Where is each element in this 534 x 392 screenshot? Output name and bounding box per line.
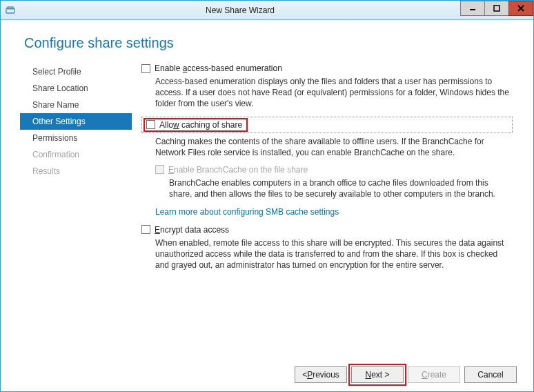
nav-share-name[interactable]: Share Name xyxy=(20,97,132,113)
encrypt-row[interactable]: Encrypt data access xyxy=(141,225,513,235)
nav-other-settings[interactable]: Other Settings xyxy=(20,113,132,130)
option-branchcache: Enable BranchCache on the file share Bra… xyxy=(155,165,513,199)
settings-panel: Enable access-based enumeration Access-b… xyxy=(132,63,515,277)
nav-permissions[interactable]: Permissions xyxy=(20,130,132,146)
wizard-nav: Select Profile Share Location Share Name… xyxy=(1,63,132,277)
next-button[interactable]: Next > xyxy=(351,366,404,383)
option-encrypt: Encrypt data access When enabled, remote… xyxy=(141,225,513,271)
cache-checkbox[interactable] xyxy=(146,120,155,129)
encrypt-checkbox[interactable] xyxy=(141,225,150,234)
app-icon xyxy=(1,6,20,15)
wizard-window: New Share Wizard Configure share setting… xyxy=(0,0,534,392)
nav-share-location[interactable]: Share Location xyxy=(20,80,132,97)
abe-checkbox[interactable] xyxy=(141,64,150,73)
window-controls xyxy=(460,1,533,19)
encrypt-label: Encrypt data access xyxy=(155,225,229,235)
nav-results: Results xyxy=(20,163,132,179)
branch-row: Enable BranchCache on the file share xyxy=(155,165,513,175)
window-title: New Share Wizard xyxy=(20,6,460,15)
create-button: Create xyxy=(408,366,460,383)
branch-checkbox xyxy=(155,165,164,174)
nav-select-profile[interactable]: Select Profile xyxy=(20,63,132,80)
encrypt-desc: When enabled, remote file access to this… xyxy=(155,237,510,271)
option-abe: Enable access-based enumeration Access-b… xyxy=(141,63,513,110)
close-button[interactable] xyxy=(508,1,533,16)
page-heading: Configure share settings xyxy=(1,20,533,63)
cache-desc: Caching makes the contents of the share … xyxy=(155,136,510,158)
cancel-button[interactable]: Cancel xyxy=(464,366,517,383)
abe-label: Enable access-based enumeration xyxy=(155,63,282,73)
branch-label: Enable BranchCache on the file share xyxy=(168,165,308,175)
minimize-button[interactable] xyxy=(460,1,485,16)
titlebar: New Share Wizard xyxy=(1,1,533,20)
abe-row[interactable]: Enable access-based enumeration xyxy=(141,63,513,73)
abe-desc: Access-based enumeration displays only t… xyxy=(155,76,510,110)
maximize-button[interactable] xyxy=(484,1,509,16)
cache-highlight: Allow caching of share xyxy=(144,118,248,132)
svg-rect-3 xyxy=(494,6,500,11)
option-cache: Allow caching of share Caching makes the… xyxy=(141,117,513,218)
cache-focus-outline: Allow caching of share xyxy=(141,117,513,133)
nav-confirmation: Confirmation xyxy=(20,146,132,163)
smb-cache-link[interactable]: Learn more about configuring SMB cache s… xyxy=(155,206,510,217)
previous-button[interactable]: < Previous xyxy=(295,366,347,383)
branch-desc: BranchCache enables computers in a branc… xyxy=(169,177,510,199)
wizard-footer: < Previous Next > Create Cancel xyxy=(295,366,517,383)
cache-label: Allow caching of share xyxy=(159,120,242,130)
